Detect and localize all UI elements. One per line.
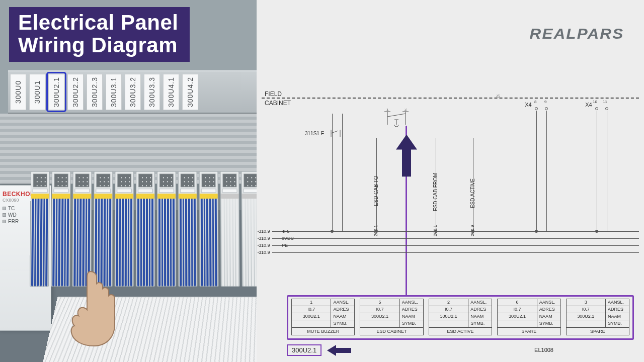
module-tag: 300U4.2	[182, 74, 198, 110]
led-label: ERR	[8, 219, 19, 224]
wire	[191, 196, 193, 286]
module-led-block	[33, 174, 47, 188]
pin-num: 11	[603, 100, 607, 104]
wire	[236, 196, 238, 286]
led-icon	[3, 207, 6, 210]
led-icon	[3, 213, 6, 217]
pin-num: 10	[593, 100, 597, 104]
wire	[67, 196, 69, 286]
module-wires	[52, 196, 69, 286]
wire	[233, 196, 235, 286]
bus-line	[258, 231, 639, 232]
title-line-2: Wiring Diagram	[18, 34, 179, 56]
module-led-block	[75, 174, 89, 188]
wire	[246, 196, 248, 286]
svg-text:2: 2	[405, 109, 407, 112]
module-label	[243, 189, 257, 193]
io-channel-card: 2AANSL.I0.7ADRES300U2.1NAAMSYMB.ESD ACTI…	[429, 299, 492, 335]
wire	[101, 196, 103, 286]
module-wires	[31, 196, 48, 286]
wire-bundle	[42, 297, 257, 362]
wire	[162, 196, 164, 286]
module-label	[138, 189, 153, 193]
wire	[82, 196, 85, 286]
led-label: WD	[8, 212, 17, 218]
io-module	[30, 171, 50, 287]
module-led-block	[202, 174, 216, 188]
io-module-bank	[30, 171, 257, 287]
wire	[40, 196, 42, 286]
module-label	[117, 189, 132, 193]
schematic-sheet: REALPARS FIELD CABINET 311S1 E 1	[257, 0, 644, 362]
module-tag: 300U2.2	[67, 74, 84, 110]
module-tag: 300U3.2	[125, 74, 141, 110]
module-label	[180, 189, 195, 193]
pin-num: 8	[534, 100, 536, 104]
wire	[252, 196, 254, 286]
wire	[98, 196, 100, 286]
io-module	[199, 171, 219, 287]
zone-cabinet-label: CABINET	[265, 100, 291, 107]
wire	[127, 196, 129, 286]
io-card-table: 1AANSL.I0.7ADRES300U2.1NAAMSYMB.MUTE BUZ…	[287, 295, 634, 340]
wire	[146, 196, 148, 286]
module-wires	[243, 196, 257, 286]
module-wires	[137, 196, 153, 286]
module-led-block	[222, 174, 236, 188]
wire	[58, 196, 61, 286]
module-wires	[95, 196, 112, 286]
wire-node	[535, 230, 538, 233]
io-module	[93, 171, 113, 287]
card-tag-highlight: 300U2.1	[287, 344, 321, 356]
signal-wire	[342, 114, 343, 231]
wire	[34, 196, 37, 286]
title-line-1: Electrical Panel	[18, 11, 179, 34]
signal-wire	[607, 111, 607, 231]
terminal-pin	[535, 107, 538, 110]
module-tag: 300U2.3	[87, 74, 103, 110]
device-ref: 311S1 E	[305, 131, 324, 136]
pushbutton-symbol-icon: 1 2	[382, 109, 411, 128]
module-wires	[158, 196, 175, 286]
signal-wire	[536, 111, 537, 231]
io-module	[220, 171, 239, 287]
terminal-x4-b: X4	[585, 102, 592, 108]
io-channel-card: 1AANSL.I0.7ADRES300U2.1NAAMSYMB.MUTE BUZ…	[291, 299, 355, 335]
signal-label: ESD CAB TO	[373, 176, 379, 206]
signal-wire	[597, 111, 597, 231]
bus-name: 4F5	[282, 229, 290, 234]
callout-arrow-up-icon	[396, 135, 417, 177]
zone-field-label: FIELD	[265, 90, 282, 98]
wire	[140, 196, 142, 286]
module-led-block	[96, 174, 110, 188]
wire	[173, 196, 175, 286]
wire	[203, 196, 205, 286]
wire	[104, 196, 106, 286]
signal-label: ESD ACTIVE	[470, 178, 475, 208]
wire	[31, 196, 34, 286]
wire	[212, 196, 214, 286]
wire	[143, 196, 145, 286]
wiring-diagram: FIELD CABINET 311S1 E 1 2	[257, 90, 644, 362]
wire	[158, 196, 160, 286]
led-label: TC	[8, 206, 15, 211]
wire-node	[434, 230, 437, 233]
bus-name: PE	[282, 243, 288, 248]
led-icon	[3, 220, 6, 223]
bus-left-ref: 310.9	[259, 236, 272, 241]
module-tag: 300U4.1	[163, 74, 179, 110]
wire	[88, 196, 91, 286]
wire	[79, 196, 82, 286]
module-label	[201, 189, 216, 193]
bus-left-ref: 310.9	[259, 229, 272, 234]
wire	[188, 196, 190, 286]
module-tag-strip: 300U0300U1300U2.1300U2.2300U2.3300U3.130…	[8, 70, 257, 114]
wire	[249, 196, 251, 286]
wire	[222, 196, 224, 286]
wire	[61, 196, 63, 286]
module-label	[159, 189, 174, 193]
wire	[209, 196, 211, 286]
wire-node	[331, 230, 334, 233]
io-module	[115, 171, 134, 287]
module-label	[33, 189, 48, 193]
